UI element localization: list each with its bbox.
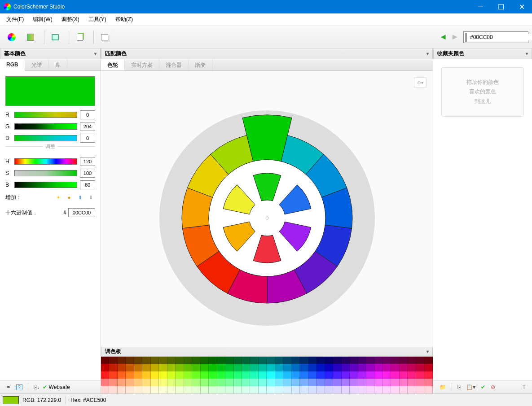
shift-down-button[interactable]: ⬇ — [86, 193, 95, 202]
bottom-toolbar: ✒ ? ⎘▾ ✔ Websafe — [0, 380, 101, 393]
add-label: 增加： — [5, 194, 22, 201]
copy-color-button[interactable]: ⎘▾ — [31, 384, 43, 390]
palette-header[interactable]: 调色板 ▾ — [101, 347, 433, 357]
color-hex-field[interactable]: ⌵ — [463, 31, 528, 43]
svg-point-2 — [266, 217, 268, 219]
main-toolbar: ◄ ► ⌵ — [0, 26, 532, 48]
right-panel-title: 收藏夹颜色 — [437, 50, 464, 57]
shift-up-button[interactable]: ⬆ — [75, 193, 84, 202]
nav-forward-button[interactable]: ► — [449, 32, 461, 42]
arrow-down-icon: ⬇ — [89, 195, 93, 201]
minimize-button[interactable]: ─ — [470, 0, 491, 13]
separator — [69, 31, 69, 44]
color-preview[interactable] — [5, 76, 95, 106]
favorites-dropzone[interactable]: 拖放你的颜色 喜欢的颜色 到这儿 — [441, 67, 524, 117]
paste-fav-button[interactable]: 📋▾ — [463, 384, 478, 390]
b-slider[interactable] — [14, 135, 77, 141]
app-icon — [4, 3, 11, 10]
text-button[interactable]: T — [520, 384, 528, 390]
r-input[interactable] — [80, 110, 95, 119]
tab-mixer[interactable]: 混合器 — [159, 59, 189, 70]
toolbar-layers-button[interactable] — [97, 29, 113, 45]
dropzone-line2: 喜欢的颜色 — [469, 87, 496, 97]
hex-prefix: # — [63, 210, 66, 216]
color-swatch — [466, 33, 466, 42]
tab-wheel[interactable]: 色轮 — [101, 59, 125, 70]
paste-icon: 📋 — [466, 384, 473, 390]
browser-icon — [52, 34, 59, 40]
reject-button[interactable]: ⊘ — [488, 384, 498, 390]
cancel-icon: ⊘ — [491, 384, 495, 390]
toolbar-copy-button[interactable] — [72, 29, 88, 45]
s-input[interactable] — [80, 169, 95, 178]
separator — [28, 383, 28, 391]
close-button[interactable]: ✕ — [511, 0, 532, 13]
title-bar: ColorSchemer Studio ─ ☐ ✕ — [0, 0, 532, 13]
g-slider[interactable] — [14, 123, 77, 130]
menu-tools[interactable]: 工具(Y) — [84, 14, 111, 25]
s-slider[interactable] — [14, 170, 77, 176]
maximize-button[interactable]: ☐ — [491, 0, 511, 13]
right-panel-header[interactable]: 收藏夹颜色 ▾ — [433, 48, 532, 59]
separator — [44, 31, 44, 44]
menu-adjust[interactable]: 调整(X) — [57, 14, 84, 25]
copy-icon: ⎘ — [457, 384, 461, 390]
separator — [93, 31, 94, 44]
darken-button[interactable]: ● — [65, 193, 74, 202]
folder-icon: 📁 — [440, 384, 446, 390]
menu-help[interactable]: 帮助(Z) — [111, 14, 137, 25]
eyedropper-button[interactable]: ✒ — [4, 384, 13, 390]
toolbar-browser-button[interactable] — [47, 29, 63, 45]
sun-icon: ☀ — [56, 195, 61, 201]
tab-rgb[interactable]: RGB — [0, 59, 25, 71]
scheme-icon — [27, 34, 34, 41]
h-input[interactable] — [80, 157, 95, 166]
status-swatch — [3, 396, 19, 404]
v-slider[interactable] — [14, 182, 77, 188]
eyedropper-icon: ✒ — [6, 384, 11, 390]
tab-live[interactable]: 实时方案 — [125, 59, 159, 70]
r-slider[interactable] — [14, 112, 77, 118]
gear-icon: ⚙ — [417, 80, 421, 85]
color-wheel-area: ⚙ ▾ — [101, 71, 433, 347]
copy-fav-button[interactable]: ⎘ — [455, 384, 463, 390]
menu-file[interactable]: 文件(F) — [2, 14, 28, 25]
b-input[interactable] — [80, 134, 95, 143]
hex-value-input[interactable] — [68, 208, 95, 217]
nav-back-button[interactable]: ◄ — [437, 32, 449, 42]
tab-gradient[interactable]: 渐变 — [189, 59, 212, 70]
palette-grid[interactable] — [101, 357, 433, 393]
accept-button[interactable]: ✔ — [478, 384, 488, 390]
colorwheel-icon — [8, 33, 16, 41]
copy-icon — [77, 34, 83, 41]
toolbar-scheme-button[interactable] — [22, 29, 39, 45]
status-rgb: RGB: 172.229.0 — [22, 397, 61, 403]
separator — [452, 383, 452, 391]
tab-spectrum[interactable]: 光谱 — [25, 59, 49, 70]
h-label: H — [5, 158, 12, 165]
left-panel-header[interactable]: 基本颜色 ▾ — [0, 48, 101, 59]
color-wheel[interactable] — [150, 92, 384, 326]
folder-button[interactable]: 📁 — [437, 384, 449, 390]
settings-button[interactable]: ⚙ ▾ — [414, 77, 426, 88]
hex-input[interactable] — [468, 34, 532, 40]
v-input[interactable] — [80, 180, 95, 189]
websafe-label: Websafe — [49, 384, 70, 390]
chevron-down-icon: ▾ — [426, 349, 429, 354]
check-icon: ✔ — [43, 384, 47, 390]
h-slider[interactable] — [14, 158, 77, 165]
check-icon: ✔ — [481, 384, 485, 390]
menu-edit[interactable]: 编辑(W) — [28, 14, 57, 25]
toolbar-colorwheel-button[interactable] — [4, 29, 20, 45]
help-button[interactable]: ? — [13, 384, 25, 390]
center-panel-title: 匹配颜色 — [105, 50, 127, 57]
text-icon: T — [523, 384, 526, 390]
tab-library[interactable]: 库 — [49, 59, 67, 70]
dropzone-line3: 到这儿 — [475, 97, 491, 107]
layers-icon — [101, 34, 108, 40]
b-label: B — [5, 135, 12, 141]
center-panel-header[interactable]: 匹配颜色 ▾ — [101, 48, 433, 59]
lighten-button[interactable]: ☀ — [54, 193, 63, 202]
help-icon: ? — [16, 384, 22, 390]
g-input[interactable] — [80, 122, 95, 131]
